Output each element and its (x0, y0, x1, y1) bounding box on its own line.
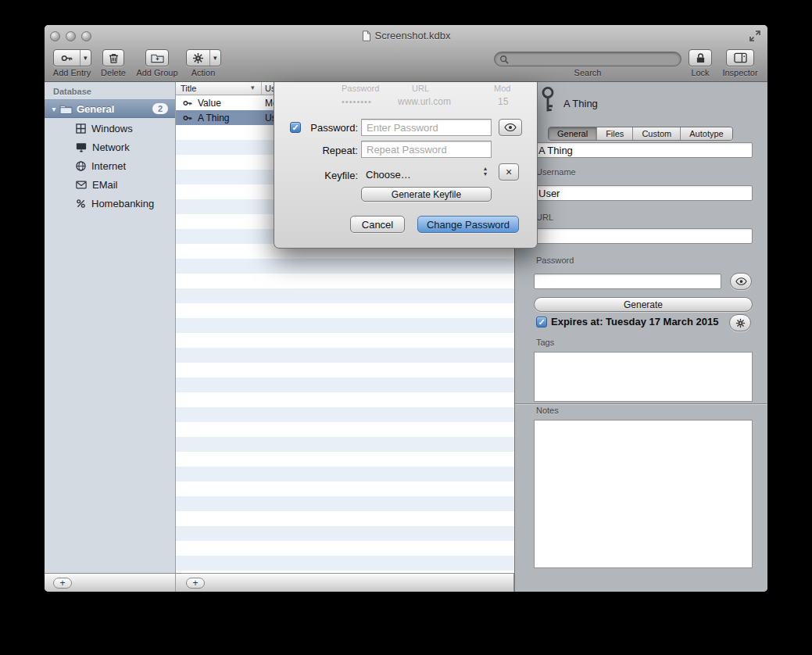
list-bottom-bar: + (176, 573, 514, 592)
tags-input[interactable] (534, 352, 753, 402)
change-password-button[interactable]: Change Password (417, 216, 519, 233)
envelope-icon (76, 181, 87, 189)
new-password-input[interactable] (361, 119, 492, 136)
add-entry-button[interactable]: ▾ (53, 49, 91, 66)
ghost-password-dots: •••••••• (342, 97, 372, 106)
check-icon: ✓ (538, 317, 545, 327)
generate-password-button[interactable]: Generate (534, 297, 753, 312)
folder-plus-icon (151, 52, 164, 63)
password-checkbox[interactable]: ✓ (290, 122, 301, 133)
sidebar-item-network[interactable]: Network (45, 138, 175, 156)
action-label: Action (176, 68, 231, 77)
document-icon (362, 30, 371, 41)
sheet-keyfile-label: Keyfile: (303, 170, 358, 181)
chevron-down-icon: ▾ (484, 171, 487, 177)
entry-title: Value (198, 98, 221, 109)
sidebar-group-label: General (77, 103, 114, 115)
ghost-column-url: URL (412, 84, 429, 93)
cancel-button[interactable]: Cancel (350, 216, 405, 233)
search-input[interactable] (512, 53, 676, 66)
expires-options-button[interactable] (729, 314, 751, 331)
sidebar-item-label: Internet (91, 160, 126, 172)
plus-icon: + (192, 579, 198, 588)
sidebar-item-label: Network (92, 141, 130, 153)
change-password-sheet: Password URL Mod •••••••• www.url.com 15… (274, 82, 538, 249)
inspector-button[interactable] (726, 49, 754, 66)
username-label: Username (536, 167, 576, 177)
chevron-down-icon[interactable]: ▾ (209, 50, 220, 66)
count-badge: 2 (152, 103, 168, 114)
password-field[interactable] (534, 274, 721, 289)
percent-icon (76, 199, 86, 209)
add-entry-label: Add Entry (46, 68, 98, 77)
url-label: URL (536, 213, 553, 222)
keyfile-popup[interactable]: Choose… (366, 169, 411, 181)
tags-label: Tags (536, 338, 554, 347)
expires-checkbox[interactable]: ✓ (536, 317, 547, 328)
add-group-plus-button[interactable]: + (53, 578, 72, 589)
ghost-column-password: Password (342, 84, 379, 93)
folder-icon (59, 104, 73, 114)
windows-icon (76, 123, 86, 134)
reveal-password-button[interactable] (730, 273, 752, 290)
sort-indicator-icon: ▾ (251, 84, 255, 91)
trash-icon (108, 52, 120, 64)
add-entry-plus-button[interactable]: + (186, 578, 205, 589)
tab-autotype[interactable]: Autotype (680, 127, 732, 140)
sidebar-bottom-bar: + (45, 573, 176, 592)
sidebar: Database ▾ General 2 Windows Network (45, 82, 176, 573)
check-icon: ✓ (292, 123, 299, 132)
inspector-tabs: General Files Custom Autotype (548, 127, 733, 141)
action-button[interactable]: ▾ (186, 49, 221, 66)
gear-icon (735, 318, 746, 328)
tab-files[interactable]: Files (596, 127, 632, 140)
show-password-button[interactable] (499, 119, 522, 136)
ghost-mod-value: 15 (498, 96, 508, 107)
key-icon (54, 50, 80, 66)
key-icon-large (538, 86, 557, 114)
lock-icon (696, 52, 706, 64)
fullscreen-icon[interactable] (749, 30, 760, 41)
tab-custom[interactable]: Custom (632, 127, 680, 140)
key-icon (183, 98, 192, 108)
sidebar-group-general[interactable]: ▾ General 2 (45, 99, 175, 118)
search-icon (499, 55, 509, 64)
sidebar-section-header: Database (53, 87, 91, 96)
sidebar-item-windows[interactable]: Windows (45, 119, 175, 138)
globe-icon (76, 161, 86, 171)
eye-icon (735, 277, 747, 285)
tab-general[interactable]: General (549, 127, 596, 140)
sidebar-item-homebanking[interactable]: Homebanking (45, 194, 175, 213)
notes-input[interactable] (534, 420, 753, 568)
clear-keyfile-button[interactable]: × (499, 163, 519, 181)
section-divider (515, 403, 767, 404)
sidebar-item-label: Windows (91, 123, 133, 134)
gear-icon (187, 50, 209, 66)
chevron-down-icon[interactable]: ▾ (80, 50, 91, 66)
repeat-password-input[interactable] (361, 141, 492, 158)
url-field[interactable] (534, 228, 753, 244)
inspector-panel-icon (734, 52, 747, 63)
sheet-password-label: Password: (303, 122, 358, 134)
password-label: Password (536, 256, 574, 265)
close-icon: × (506, 166, 512, 178)
key-icon (183, 113, 192, 123)
search-field[interactable] (494, 52, 681, 66)
window-title: Screenshot.kdbx (375, 30, 451, 41)
inspector-label: Inspector (713, 68, 767, 77)
lock-button[interactable] (689, 49, 712, 66)
sidebar-item-email[interactable]: EMail (45, 175, 175, 194)
username-field[interactable] (534, 185, 753, 201)
disclosure-triangle-icon[interactable]: ▾ (48, 105, 59, 113)
popup-stepper-icon[interactable]: ▴ ▾ (484, 166, 487, 177)
plus-icon: + (59, 579, 65, 588)
ghost-column-mod: Mod (494, 84, 510, 93)
column-header-title[interactable]: Title (181, 84, 196, 93)
delete-button[interactable] (102, 49, 124, 66)
add-group-button[interactable] (145, 49, 169, 66)
title-field[interactable] (534, 142, 753, 158)
sidebar-item-internet[interactable]: Internet (45, 156, 175, 175)
app-window: Screenshot.kdbx ▾ Add Entry Delete Add G… (45, 25, 767, 592)
column-divider[interactable] (261, 82, 262, 95)
generate-keyfile-button[interactable]: Generate Keyfile (361, 187, 492, 202)
